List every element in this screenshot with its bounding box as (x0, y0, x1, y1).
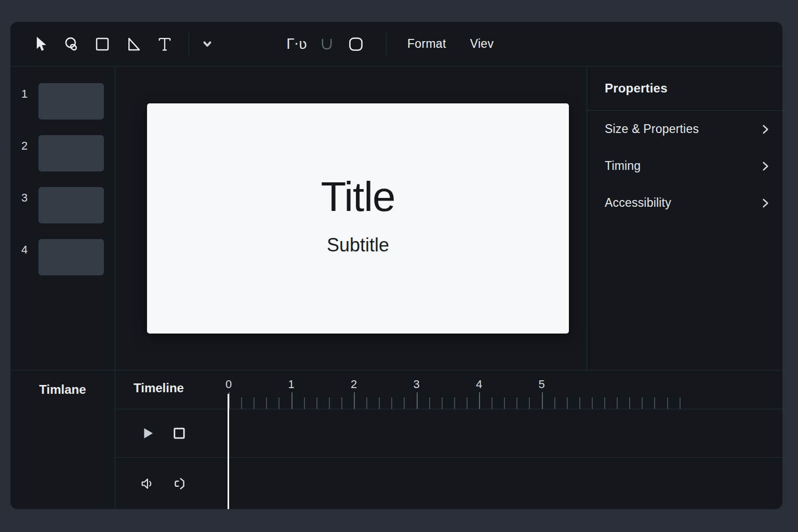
chevron-right-icon (762, 161, 769, 171)
menu-format[interactable]: Format (407, 37, 446, 51)
ruler-minor-tick (467, 397, 468, 409)
ruler-minor-tick (366, 397, 367, 409)
triangle-icon (126, 36, 141, 52)
slide-thumbnail-item[interactable]: 2 (10, 135, 115, 171)
ruler-minor-tick (429, 397, 430, 409)
slide-thumbnail-item[interactable]: 3 (10, 187, 115, 223)
zoom-tool-button[interactable] (61, 34, 82, 55)
ruler-minor-tick (316, 397, 317, 409)
properties-panel: Properties Size & Properties Timing Acce… (587, 66, 782, 370)
repeat-icon (171, 476, 187, 491)
ruler-minor-tick (254, 397, 255, 409)
slide-thumbnail (38, 135, 104, 171)
timeline-tracks-area: Timeline 012345 (115, 370, 782, 509)
timeline-header: Timeline 012345 (115, 370, 782, 409)
select-tool-button[interactable] (30, 34, 50, 55)
ruler-major-tick (354, 392, 355, 409)
slide-thumbnail-item[interactable]: 1 (10, 83, 115, 119)
ruler-minor-tick (379, 397, 380, 409)
waveform-button[interactable]: Γ·ʋ (285, 34, 309, 55)
ruler-label: 3 (413, 378, 419, 391)
slide-number: 1 (10, 83, 38, 101)
toolbar: Γ·ʋ Format Viev (10, 22, 782, 66)
slide-subtitle-text[interactable]: Subtitle (327, 234, 389, 256)
text-tool-button[interactable] (154, 34, 175, 55)
ruler-minor-tick (491, 397, 493, 409)
ruler-minor-tick (404, 397, 405, 409)
ruler-minor-tick (529, 397, 530, 409)
properties-item-accessibility[interactable]: Accessibility (587, 184, 782, 221)
ruler-major-tick (291, 392, 292, 409)
speaker-icon (140, 476, 156, 491)
properties-item-timing[interactable]: Timing (587, 148, 782, 184)
repeat-button[interactable] (170, 474, 189, 493)
slide-list: 1 2 3 4 (10, 66, 115, 370)
triangle-tool-button[interactable] (123, 34, 144, 55)
ruler-minor-tick (617, 397, 618, 409)
ruler-minor-tick (454, 397, 455, 409)
properties-item-size[interactable]: Size & Properties (587, 111, 782, 148)
slide-thumbnail-item[interactable]: 4 (10, 239, 115, 275)
ruler-minor-tick (278, 397, 280, 409)
timeline-ruler[interactable]: 012345 (115, 370, 782, 409)
slide-canvas[interactable]: Title Subtitle (147, 103, 569, 334)
toolbar-divider (386, 33, 387, 56)
ruler-label: 5 (538, 378, 544, 391)
ruler-major-tick (479, 392, 480, 409)
ruler-minor-tick (592, 397, 593, 409)
ruler-minor-tick (304, 397, 305, 409)
ruler-minor-tick (579, 397, 580, 409)
timeline-track-transport[interactable] (115, 409, 782, 458)
ruler-minor-tick (329, 397, 330, 409)
ruler-minor-tick (629, 397, 630, 409)
u-shape-icon (320, 37, 334, 51)
toolbar-divider (189, 33, 189, 56)
chevron-right-icon (762, 198, 769, 208)
slide-thumbnail (38, 83, 104, 119)
chevron-right-icon (762, 124, 769, 135)
timeline-panel: Timlane Timeline 012345 (10, 370, 782, 509)
ruler-minor-tick (266, 397, 267, 409)
properties-item-label: Size & Properties (605, 122, 699, 136)
timeline-track-audio[interactable] (115, 458, 782, 509)
slide-number: 3 (10, 187, 38, 205)
timeline-sidebar-label: Timlane (39, 382, 86, 396)
properties-header: Properties (587, 66, 782, 111)
stop-button[interactable] (170, 424, 189, 443)
ruler-minor-tick (391, 397, 392, 409)
chevron-down-icon (203, 41, 212, 48)
canvas-area: Title Subtitle (115, 66, 587, 370)
properties-item-label: Timing (605, 159, 641, 173)
rounded-square-button[interactable] (345, 34, 366, 55)
zoom-icon (63, 36, 79, 52)
timeline-sidebar: Timlane (10, 370, 115, 509)
ruler-label: 2 (351, 378, 357, 391)
ruler-label: 1 (288, 378, 294, 391)
slide-number: 2 (10, 135, 38, 153)
desktop-background: { "colors": { "outer_background": "#2a2f… (0, 0, 798, 532)
play-button[interactable] (139, 424, 157, 443)
u-shape-button[interactable] (316, 34, 337, 55)
ruler-minor-tick (642, 397, 643, 409)
slide-number: 4 (10, 239, 38, 257)
ruler-minor-tick (680, 397, 681, 409)
properties-item-label: Accessibility (605, 196, 671, 210)
ruler-label: 0 (225, 378, 232, 391)
ruler-minor-tick (341, 397, 342, 409)
playhead[interactable] (228, 394, 229, 509)
more-tools-button[interactable] (201, 37, 214, 51)
app-window: Γ·ʋ Format Viev 1 2 3 4 (10, 22, 782, 509)
ruler-minor-tick (654, 397, 655, 409)
ruler-minor-tick (516, 397, 517, 409)
ruler-minor-tick (554, 397, 555, 409)
stop-icon (172, 426, 187, 441)
text-tool-icon (157, 36, 172, 52)
rectangle-tool-button[interactable] (92, 34, 113, 55)
slide-thumbnail (38, 239, 104, 275)
menu-view[interactable]: Viev (470, 37, 494, 51)
ruler-minor-tick (504, 397, 505, 409)
ruler-minor-tick (241, 397, 242, 409)
volume-button[interactable] (139, 474, 157, 493)
cursor-icon (32, 36, 48, 52)
slide-title-text[interactable]: Title (321, 176, 395, 218)
